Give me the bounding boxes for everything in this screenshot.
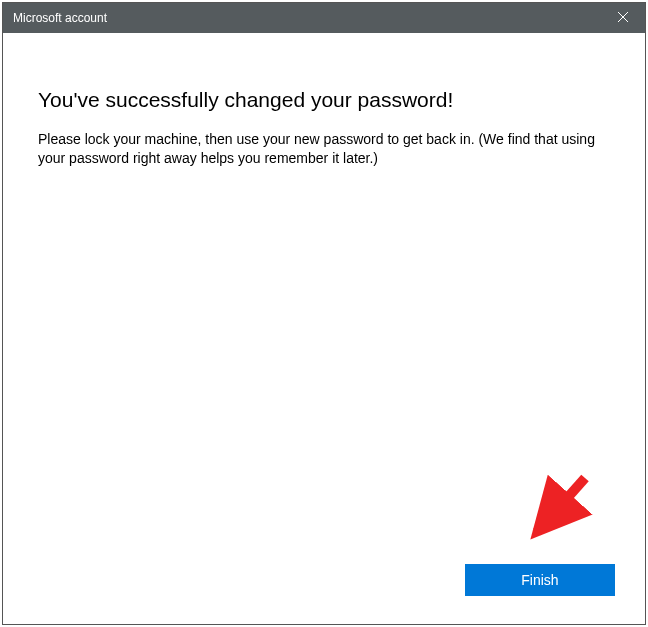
close-icon [618,11,628,25]
content-area: You've successfully changed your passwor… [3,33,645,168]
finish-button[interactable]: Finish [465,564,615,596]
window-title: Microsoft account [13,11,107,25]
page-heading: You've successfully changed your passwor… [38,88,610,112]
annotation-arrow-icon [507,468,597,562]
titlebar: Microsoft account [3,3,645,33]
svg-line-3 [537,478,585,532]
dialog-window: Microsoft account You've successfully ch… [2,2,646,625]
footer: Finish [465,564,615,596]
body-text: Please lock your machine, then use your … [38,130,610,168]
close-button[interactable] [600,3,645,33]
